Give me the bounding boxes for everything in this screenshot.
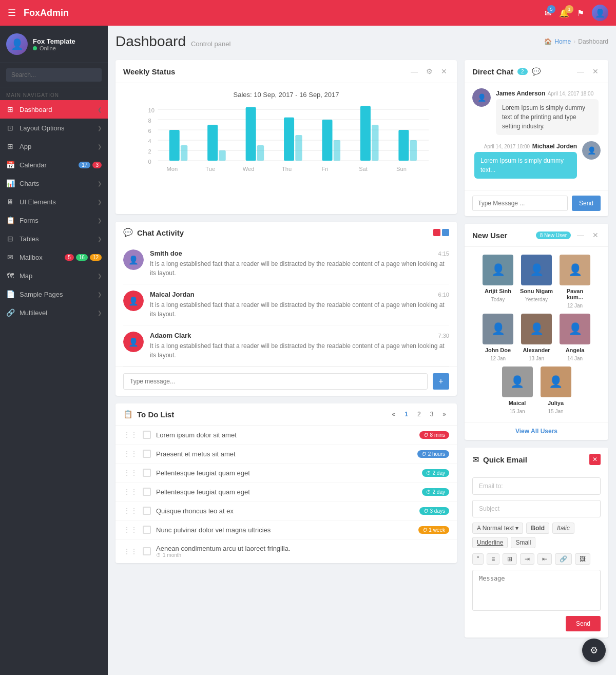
todo-checkbox-5[interactable] bbox=[143, 507, 151, 515]
chat-color-btn-red[interactable] bbox=[433, 229, 440, 236]
bold-button[interactable]: Bold bbox=[526, 523, 549, 534]
sidebar-user-status: Online bbox=[33, 45, 75, 51]
map-icon: 🗺 bbox=[6, 272, 14, 280]
todo-page-3[interactable]: 3 bbox=[427, 410, 437, 419]
todo-drag-2[interactable]: ⋮⋮ bbox=[123, 450, 138, 458]
ordered-list-btn[interactable]: ⊞ bbox=[503, 553, 517, 565]
italic-button[interactable]: Italic bbox=[552, 523, 574, 534]
dc-minimize-btn[interactable]: — bbox=[575, 66, 586, 76]
quick-email-subject-input[interactable] bbox=[472, 500, 601, 517]
indent-btn[interactable]: ⇥ bbox=[520, 553, 534, 565]
new-user-close-btn[interactable]: ✕ bbox=[590, 230, 601, 240]
todo-drag-6[interactable]: ⋮⋮ bbox=[123, 526, 138, 534]
link-btn[interactable]: 🔗 bbox=[555, 553, 572, 565]
todo-label-1: Lorem ipsum dolor sit amet bbox=[156, 431, 414, 439]
sidebar-item-calendar[interactable]: 📅 Calendar 17 3 bbox=[0, 156, 108, 174]
chat-send-button[interactable]: + bbox=[433, 373, 449, 390]
weekly-close-btn[interactable]: ✕ bbox=[439, 66, 449, 76]
todo-badge-5: ⏱ 3 days bbox=[419, 507, 449, 515]
sidebar: 👤 Fox Template Online MAIN NAVIGATION ⊞ … bbox=[0, 26, 108, 675]
quick-email-close-btn[interactable]: ✕ bbox=[589, 454, 601, 465]
normal-text-dropdown[interactable]: A Normal text ▾ bbox=[472, 523, 523, 534]
bell-badge: 1 bbox=[565, 5, 573, 13]
svg-text:8: 8 bbox=[148, 118, 151, 124]
mailbox-badge-1: 5 bbox=[65, 254, 74, 261]
menu-icon[interactable]: ☰ bbox=[8, 7, 16, 18]
todo-checkbox-7[interactable] bbox=[143, 547, 151, 555]
quote-btn[interactable]: " bbox=[472, 553, 484, 565]
quick-email-to-input[interactable] bbox=[472, 477, 601, 495]
todo-page-2[interactable]: 2 bbox=[414, 410, 424, 419]
sidebar-item-map[interactable]: 🗺 Map ❯ bbox=[0, 266, 108, 285]
new-user-minimize-btn[interactable]: — bbox=[575, 230, 586, 240]
direct-chat-send-btn[interactable]: Send bbox=[572, 196, 601, 211]
dc-sender-2: Michael Jorden bbox=[532, 143, 577, 150]
chart-svg: 10 8 6 4 2 0 bbox=[123, 104, 449, 206]
image-btn[interactable]: 🖼 bbox=[575, 553, 590, 565]
sidebar-item-app[interactable]: ⊞ App ❯ bbox=[0, 137, 108, 156]
user-card-2: 👤 Sonu Nigam Yesterday bbox=[520, 255, 553, 308]
left-column: Weekly Status — ⚙ ✕ Sales: 10 Sep, 2017 … bbox=[116, 60, 457, 638]
sidebar-item-sample[interactable]: 📄 Sample Pages ❯ bbox=[0, 285, 108, 303]
tables-icon: ⊟ bbox=[6, 235, 14, 243]
sidebar-item-tables[interactable]: ⊟ Tables ❯ bbox=[0, 229, 108, 248]
outdent-btn[interactable]: ⇤ bbox=[537, 553, 552, 565]
chat-input-area: + bbox=[116, 367, 457, 396]
todo-checkbox-2[interactable] bbox=[143, 450, 151, 458]
search-input[interactable] bbox=[6, 68, 102, 82]
bell-icon-wrap[interactable]: 🔔 1 bbox=[559, 8, 569, 18]
svg-text:0: 0 bbox=[148, 159, 151, 165]
chat-color-btn-blue[interactable] bbox=[442, 229, 449, 236]
quick-email-send-btn[interactable]: Send bbox=[566, 616, 601, 631]
sidebar-item-multilevel[interactable]: 🔗 Multilevel ❯ bbox=[0, 303, 108, 322]
right-column: Direct Chat 2 💬 — ✕ 👤 bbox=[465, 60, 608, 638]
chat-sender-2: Maical Jordan bbox=[150, 291, 195, 298]
view-all-users-btn[interactable]: View All Users bbox=[465, 422, 608, 440]
direct-chat-input[interactable] bbox=[472, 196, 568, 211]
sidebar-item-forms[interactable]: 📋 Forms ❯ bbox=[0, 211, 108, 229]
chat-message-input[interactable] bbox=[123, 373, 428, 390]
todo-page-1[interactable]: 1 bbox=[401, 410, 411, 419]
sidebar-search-box bbox=[0, 63, 108, 87]
breadcrumb-home[interactable]: Home bbox=[554, 38, 571, 45]
svg-text:Thu: Thu bbox=[282, 166, 292, 172]
todo-checkbox-1[interactable] bbox=[143, 431, 151, 439]
quick-email-message[interactable] bbox=[472, 570, 601, 611]
todo-drag-5[interactable]: ⋮⋮ bbox=[123, 507, 138, 515]
sidebar-item-ui[interactable]: 🖥 UI Elements ❯ bbox=[0, 192, 108, 211]
todo-prev-btn[interactable]: « bbox=[389, 410, 399, 419]
dc-msg-1: 👤 James Anderson April 14, 2017 18:00 Lo… bbox=[472, 88, 601, 135]
small-button[interactable]: Small bbox=[511, 537, 535, 548]
todo-drag-3[interactable]: ⋮⋮ bbox=[123, 469, 138, 477]
user-card-8: 👤 Juliya 15 Jan bbox=[539, 367, 572, 414]
sidebar-item-mailbox[interactable]: ✉ Mailbox 5 16 12 bbox=[0, 248, 108, 266]
sidebar-user-section: 👤 Fox Template Online bbox=[0, 26, 108, 63]
user-avatar-header[interactable]: 👤 bbox=[592, 5, 608, 21]
dc-sender-1: James Anderson bbox=[496, 90, 545, 97]
settings-fab[interactable]: ⚙ bbox=[582, 639, 606, 662]
sidebar-item-dashboard[interactable]: ⊞ Dashboard ❮ bbox=[0, 100, 108, 119]
svg-rect-24 bbox=[398, 130, 409, 161]
dc-close-btn[interactable]: ✕ bbox=[590, 66, 601, 76]
todo-next-btn[interactable]: » bbox=[439, 410, 449, 419]
top-header: ☰ FoxAdmin ✉ 5 🔔 1 ⚑ 👤 bbox=[0, 0, 616, 26]
weekly-settings-btn[interactable]: ⚙ bbox=[424, 66, 435, 76]
todo-drag-1[interactable]: ⋮⋮ bbox=[123, 431, 138, 439]
sidebar-item-charts[interactable]: 📊 Charts ❯ bbox=[0, 174, 108, 192]
user-name-5: Alexander bbox=[523, 347, 550, 353]
flag-icon-wrap[interactable]: ⚑ bbox=[577, 8, 584, 18]
underline-button[interactable]: Underline bbox=[472, 537, 508, 548]
chart-area: 10 8 6 4 2 0 bbox=[123, 104, 449, 206]
mail-icon-wrap[interactable]: ✉ 5 bbox=[545, 8, 551, 18]
todo-label-3: Pellentesque feugiat quam eget bbox=[156, 469, 417, 477]
todo-drag-4[interactable]: ⋮⋮ bbox=[123, 488, 138, 496]
weekly-minimize-btn[interactable]: — bbox=[409, 66, 420, 76]
todo-checkbox-4[interactable] bbox=[143, 488, 151, 496]
todo-checkbox-3[interactable] bbox=[143, 469, 151, 477]
dc-bubble-2: Lorem Ipsum is simply dummy text... bbox=[474, 152, 577, 179]
new-user-card: New User 8 New User — ✕ 👤 Arijit Sin bbox=[465, 224, 608, 440]
sidebar-item-layout[interactable]: ⊡ Layout Options ❯ bbox=[0, 119, 108, 137]
todo-drag-7[interactable]: ⋮⋮ bbox=[123, 547, 138, 555]
list-btn[interactable]: ≡ bbox=[487, 553, 499, 565]
todo-checkbox-6[interactable] bbox=[143, 526, 151, 534]
